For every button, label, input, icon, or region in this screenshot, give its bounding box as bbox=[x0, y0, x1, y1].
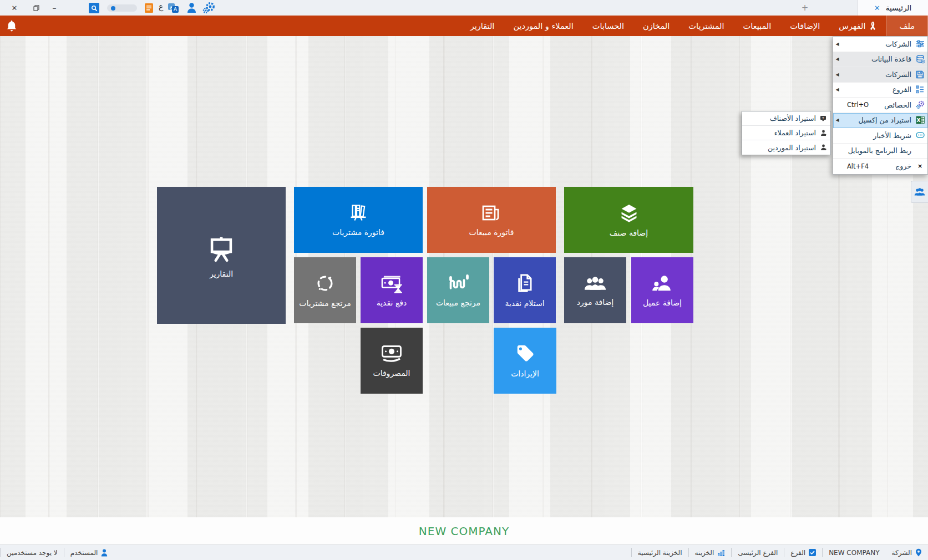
status-user-button[interactable]: المستخدم bbox=[64, 548, 114, 557]
menu-purchases[interactable]: المشتريات bbox=[679, 16, 733, 36]
submenu-arrow-icon: ◀ bbox=[833, 57, 841, 62]
menu-warehouses-label: المخازن bbox=[643, 22, 670, 30]
tile-purchase-invoice[interactable]: فاتورة مشتريات bbox=[294, 187, 423, 253]
submenu-item-import-suppliers[interactable]: استيراد الموردين bbox=[742, 140, 830, 155]
shortcut-label: Ctrl+O bbox=[841, 101, 869, 109]
coins-icon bbox=[717, 549, 725, 557]
file-menu-item-label: الفروع bbox=[841, 85, 912, 94]
refresh-dashed-icon bbox=[315, 273, 336, 294]
tab-close-icon[interactable]: ✕ bbox=[874, 4, 880, 12]
menu-file[interactable]: ملف bbox=[886, 16, 928, 36]
tile-sales-invoice[interactable]: فاتورة مبيعات bbox=[427, 187, 556, 253]
search-button[interactable] bbox=[89, 3, 99, 13]
status-safe-button[interactable]: الخزينه bbox=[688, 548, 732, 557]
status-branch-label: الفرع bbox=[790, 549, 805, 557]
tile-purchase-return-label: مرتجع مشتريات bbox=[299, 299, 351, 308]
user-status-icon bbox=[101, 549, 108, 557]
newspaper-icon bbox=[480, 203, 503, 223]
language-letter[interactable]: ع bbox=[159, 2, 163, 11]
tab-home[interactable]: الرئيسية ✕ bbox=[857, 0, 928, 16]
notes-button[interactable] bbox=[144, 1, 154, 14]
window-restore-button[interactable] bbox=[31, 1, 42, 14]
statusbar-right-group: الشركة NEW COMPANY الفرع الفرع الرئيسى ا… bbox=[631, 545, 928, 560]
company-band: NEW COMPANY bbox=[0, 517, 928, 544]
chat-bubble-icon bbox=[912, 132, 927, 139]
price-tag-icon bbox=[515, 343, 536, 364]
submenu-arrow-icon: ◀ bbox=[833, 118, 841, 123]
file-menu-item-import-excel[interactable]: X استيراد من إكسيل ◀ bbox=[833, 113, 927, 129]
menu-sales-label: المبيعات bbox=[743, 22, 772, 30]
menu-index-label: الفهرس bbox=[839, 22, 865, 30]
checkbox-icon[interactable] bbox=[809, 549, 816, 556]
svg-text:A: A bbox=[173, 6, 177, 12]
file-menu-item-properties[interactable]: الخصائص Ctrl+O bbox=[833, 98, 927, 113]
file-menu-item-news-ticker[interactable]: شريط الأخبار bbox=[833, 128, 927, 144]
tile-expenses-label: المصروفات bbox=[373, 369, 410, 378]
tile-reports-label: التقارير bbox=[210, 269, 233, 278]
status-branch-button[interactable]: الفرع bbox=[784, 548, 822, 557]
status-safe-label: الخزينه bbox=[695, 549, 714, 557]
status-branch-value-text: الفرع الرئيسى bbox=[738, 549, 778, 557]
new-tab-button[interactable]: + bbox=[799, 2, 810, 14]
toggle-switch[interactable] bbox=[107, 4, 137, 12]
menu-customers-suppliers[interactable]: العملاء و الموردين bbox=[504, 16, 582, 36]
tile-add-item[interactable]: إضافة صنف bbox=[564, 187, 693, 253]
tile-expenses[interactable]: المصروفات bbox=[361, 328, 423, 394]
toggle-knob bbox=[111, 6, 115, 11]
person-small-icon bbox=[816, 144, 830, 151]
close-x-icon: × bbox=[912, 162, 927, 170]
menu-accounts[interactable]: الحسابات bbox=[583, 16, 633, 36]
users-dock-button[interactable] bbox=[911, 181, 928, 203]
menu-index[interactable]: الفهرس bbox=[829, 16, 886, 36]
menu-warehouses[interactable]: المخازن bbox=[633, 16, 679, 36]
svg-text:T: T bbox=[821, 116, 824, 120]
person-small-icon bbox=[816, 130, 830, 136]
tile-revenues[interactable]: الإيرادات bbox=[494, 328, 556, 394]
tile-purchase-return[interactable]: مرتجع مشتريات bbox=[294, 257, 356, 323]
tile-cash-receipt[interactable]: استلام نقدية bbox=[494, 257, 556, 323]
save-icon bbox=[912, 70, 927, 79]
menu-addons-label: الإضافات bbox=[790, 22, 820, 30]
title-bar: ✕ – ع ع A + الرئيسية ✕ bbox=[0, 0, 928, 16]
file-menu-item-label: خروج bbox=[869, 162, 912, 170]
tile-purchase-invoice-label: فاتورة مشتريات bbox=[332, 228, 384, 237]
tile-add-customer[interactable]: إضافة عميل bbox=[631, 257, 693, 323]
notifications-button[interactable] bbox=[6, 19, 18, 35]
window-close-button[interactable]: ✕ bbox=[9, 1, 20, 14]
menu-sales[interactable]: المبيعات bbox=[734, 16, 781, 36]
tile-reports[interactable]: التقارير bbox=[157, 187, 286, 324]
search-icon bbox=[91, 5, 98, 12]
tile-add-supplier[interactable]: إضافة مورد bbox=[564, 257, 626, 323]
file-menu-item-database[interactable]: قاعدة البيانات ◀ bbox=[833, 52, 927, 68]
menu-addons[interactable]: الإضافات bbox=[780, 16, 829, 36]
status-user-value: لا يوجد مستخدمين bbox=[0, 548, 64, 557]
receipt-docs-icon bbox=[514, 273, 535, 294]
tile-cash-payment[interactable]: دفع نقدية bbox=[361, 257, 423, 323]
tile-sales-return[interactable]: مرتجع مبيعات bbox=[427, 257, 489, 323]
svg-text:X: X bbox=[916, 118, 920, 123]
gears-icon bbox=[912, 100, 927, 109]
item-box-icon: T bbox=[816, 115, 830, 121]
database-icon bbox=[912, 55, 927, 64]
window-minimize-button[interactable]: – bbox=[49, 1, 60, 14]
restore-icon bbox=[33, 5, 39, 11]
translate-button[interactable]: ع A bbox=[166, 1, 180, 14]
user-button[interactable] bbox=[185, 1, 197, 14]
status-bar: الشركة NEW COMPANY الفرع الفرع الرئيسى ا… bbox=[0, 544, 928, 560]
file-menu-item-mobile-link[interactable]: ربط البرنامج بالموبايل bbox=[833, 144, 927, 159]
menu-accounts-label: الحسابات bbox=[592, 22, 624, 30]
status-company-button[interactable]: الشركة bbox=[886, 548, 928, 557]
settings-button[interactable] bbox=[202, 1, 216, 14]
file-menu-item-companies-2[interactable]: الشركات ◀ bbox=[833, 67, 927, 83]
tile-cash-receipt-label: استلام نقدية bbox=[505, 299, 544, 308]
tile-cash-payment-label: دفع نقدية bbox=[377, 298, 407, 307]
file-menu-item-exit[interactable]: × خروج Alt+F4 bbox=[833, 159, 927, 174]
cable-icon bbox=[447, 273, 470, 293]
file-menu-item-companies-1[interactable]: الشركات ◀ bbox=[833, 37, 927, 52]
file-menu-item-branches[interactable]: الفروع ◀ bbox=[833, 83, 927, 98]
presentation-board-icon bbox=[205, 232, 237, 264]
banknote-icon bbox=[380, 344, 403, 364]
submenu-item-import-items[interactable]: T استيراد الأصناف bbox=[742, 111, 830, 126]
submenu-item-import-customers[interactable]: استيراد العملاء bbox=[742, 126, 830, 140]
menu-reports[interactable]: التقارير bbox=[461, 16, 504, 36]
